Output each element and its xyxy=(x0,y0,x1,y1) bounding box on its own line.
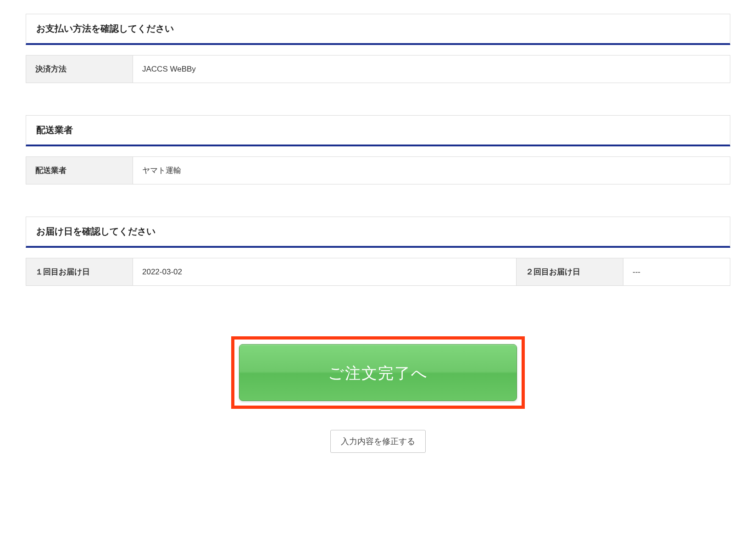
edit-input-button[interactable]: 入力内容を修正する xyxy=(330,430,426,453)
carrier-value: ヤマト運輸 xyxy=(133,157,730,184)
primary-button-highlight: ご注文完了へ xyxy=(231,336,525,409)
first-delivery-value: 2022-03-02 xyxy=(133,258,517,286)
spacer xyxy=(26,83,730,115)
second-delivery-value: --- xyxy=(623,258,730,286)
spacer xyxy=(26,248,730,258)
primary-button-wrap: ご注文完了へ xyxy=(26,336,730,409)
payment-table: 決済方法 JACCS WeBBy xyxy=(26,55,730,83)
payment-method-value: JACCS WeBBy xyxy=(133,56,730,83)
table-row: １回目お届け日 2022-03-02 ２回目お届け日 --- xyxy=(26,258,730,286)
second-delivery-label: ２回目お届け日 xyxy=(517,258,623,286)
carrier-table: 配送業者 ヤマト運輸 xyxy=(26,156,730,184)
table-row: 配送業者 ヤマト運輸 xyxy=(26,157,730,184)
complete-order-button[interactable]: ご注文完了へ xyxy=(239,344,517,401)
carrier-label: 配送業者 xyxy=(26,157,133,184)
spacer xyxy=(26,184,730,217)
carrier-section-header: 配送業者 xyxy=(26,115,730,146)
payment-method-label: 決済方法 xyxy=(26,56,133,83)
table-row: 決済方法 JACCS WeBBy xyxy=(26,56,730,83)
delivery-section-header: お届け日を確認してください xyxy=(26,217,730,248)
secondary-button-wrap: 入力内容を修正する xyxy=(26,430,730,453)
payment-section-header: お支払い方法を確認してください xyxy=(26,14,730,45)
spacer xyxy=(26,146,730,156)
spacer xyxy=(26,45,730,55)
delivery-table: １回目お届け日 2022-03-02 ２回目お届け日 --- xyxy=(26,258,730,286)
first-delivery-label: １回目お届け日 xyxy=(26,258,133,286)
